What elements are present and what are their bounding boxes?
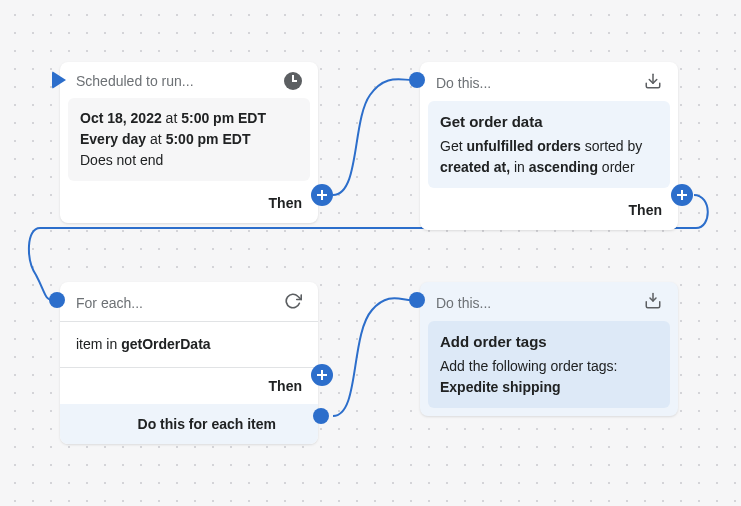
- card-header: For each...: [60, 282, 318, 321]
- node-dot: [49, 292, 65, 308]
- card-add-order-tags[interactable]: Do this... Add order tags Add the follow…: [420, 282, 678, 416]
- node-dot: [313, 408, 329, 424]
- import-icon: [644, 292, 662, 313]
- schedule-line-3: Does not end: [80, 150, 298, 171]
- add-step-button[interactable]: [311, 184, 333, 206]
- repeat-icon: [284, 292, 302, 313]
- card-for-each[interactable]: For each... item in getOrderData Then Do…: [60, 282, 318, 444]
- node-dot: [409, 72, 425, 88]
- card-header: Do this...: [420, 282, 678, 321]
- download-icon: [644, 72, 662, 93]
- action-line-2: created at, in ascending order: [440, 157, 658, 178]
- card-header: Scheduled to run...: [60, 62, 318, 98]
- card-header-label: Scheduled to run...: [76, 73, 194, 89]
- action-tag: Expedite shipping: [440, 377, 658, 398]
- card-body: Add order tags Add the following order t…: [428, 321, 670, 408]
- action-title: Get order data: [440, 111, 658, 134]
- card-schedule[interactable]: Scheduled to run... Oct 18, 2022 at 5:00…: [60, 62, 318, 223]
- action-title: Add order tags: [440, 331, 658, 354]
- clock-icon: [284, 72, 302, 90]
- card-body: item in getOrderData: [60, 321, 318, 368]
- card-header: Do this...: [420, 62, 678, 101]
- card-header-label: For each...: [76, 295, 143, 311]
- then-label: Then: [420, 196, 678, 230]
- then-label: Then: [60, 368, 318, 404]
- add-step-button[interactable]: [311, 364, 333, 386]
- action-subtitle: Add the following order tags:: [440, 356, 658, 377]
- schedule-line-2: Every day at 5:00 pm EDT: [80, 129, 298, 150]
- card-header-label: Do this...: [436, 75, 491, 91]
- card-get-order-data[interactable]: Do this... Get order data Get unfulfille…: [420, 62, 678, 230]
- card-body: Get order data Get unfulfilled orders so…: [428, 101, 670, 188]
- then-label: Then: [60, 189, 318, 223]
- foreach-footer-label: Do this for each item: [60, 404, 318, 444]
- card-body: Oct 18, 2022 at 5:00 pm EDT Every day at…: [68, 98, 310, 181]
- play-icon: [52, 71, 66, 89]
- node-dot: [409, 292, 425, 308]
- action-line-1: Get unfulfilled orders sorted by: [440, 136, 658, 157]
- add-step-button[interactable]: [671, 184, 693, 206]
- card-header-label: Do this...: [436, 295, 491, 311]
- schedule-line-1: Oct 18, 2022 at 5:00 pm EDT: [80, 108, 298, 129]
